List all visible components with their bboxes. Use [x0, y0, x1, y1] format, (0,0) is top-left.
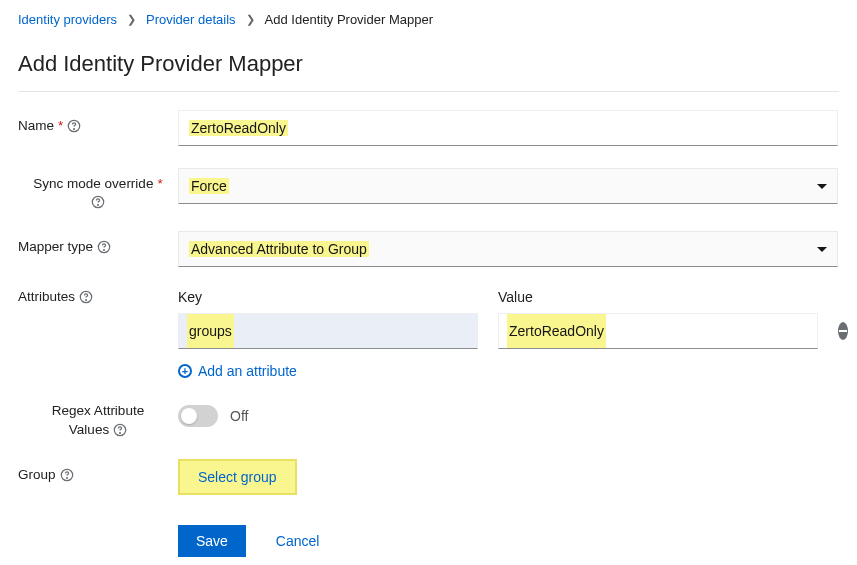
attribute-row: groups ZertoReadOnly: [178, 313, 838, 349]
sync-mode-select[interactable]: Force: [178, 168, 838, 204]
help-icon[interactable]: [79, 290, 93, 304]
breadcrumb: Identity providers ❯ Provider details ❯ …: [18, 12, 839, 27]
row-name: Name * ZertoReadOnly: [18, 110, 839, 146]
regex-toggle-label: Off: [230, 408, 248, 424]
breadcrumb-identity-providers[interactable]: Identity providers: [18, 12, 117, 27]
divider: [18, 91, 839, 92]
sync-mode-value: Force: [189, 178, 229, 194]
help-icon[interactable]: [60, 468, 74, 482]
add-attribute-button[interactable]: + Add an attribute: [178, 363, 297, 379]
attribute-key-value: groups: [187, 314, 234, 348]
label-group: Group: [18, 459, 178, 482]
attribute-value-value: ZertoReadOnly: [507, 314, 606, 348]
svg-point-7: [86, 299, 87, 300]
attributes-key-header: Key: [178, 289, 478, 305]
row-sync-mode: Sync mode override * Force: [18, 168, 839, 209]
attribute-key-input[interactable]: groups: [178, 313, 478, 349]
required-icon: *: [157, 176, 162, 191]
label-regex: Regex Attribute Values: [18, 401, 178, 437]
label-mapper-type: Mapper type: [18, 231, 178, 254]
required-icon: *: [58, 118, 63, 133]
mapper-type-select[interactable]: Advanced Attribute to Group: [178, 231, 838, 267]
regex-toggle[interactable]: [178, 405, 218, 427]
chevron-right-icon: ❯: [246, 13, 255, 26]
plus-circle-icon: +: [178, 364, 192, 378]
save-button[interactable]: Save: [178, 525, 246, 557]
svg-point-12: [66, 477, 67, 478]
breadcrumb-current: Add Identity Provider Mapper: [265, 12, 433, 27]
label-name: Name *: [18, 110, 178, 133]
svg-point-5: [104, 249, 105, 250]
breadcrumb-provider-details[interactable]: Provider details: [146, 12, 236, 27]
svg-point-1: [74, 128, 75, 129]
remove-attribute-button[interactable]: [838, 322, 848, 340]
attributes-header: Key Value: [178, 289, 838, 305]
chevron-right-icon: ❯: [127, 13, 136, 26]
row-group: Group Select group: [18, 459, 839, 495]
cancel-button[interactable]: Cancel: [264, 525, 332, 557]
attribute-value-input[interactable]: ZertoReadOnly: [498, 313, 818, 349]
add-attribute-label: Add an attribute: [198, 363, 297, 379]
label-sync-mode: Sync mode override *: [18, 168, 178, 209]
name-input[interactable]: ZertoReadOnly: [178, 110, 838, 146]
toggle-knob: [181, 408, 197, 424]
help-icon[interactable]: [113, 423, 127, 437]
action-row: Save Cancel: [178, 525, 839, 557]
label-attributes: Attributes: [18, 289, 178, 304]
page-title: Add Identity Provider Mapper: [18, 51, 839, 77]
help-icon[interactable]: [67, 119, 81, 133]
help-icon[interactable]: [97, 240, 111, 254]
caret-down-icon: [817, 184, 827, 189]
mapper-type-value: Advanced Attribute to Group: [189, 241, 369, 257]
attributes-value-header: Value: [498, 289, 818, 305]
svg-rect-8: [839, 330, 847, 332]
caret-down-icon: [817, 247, 827, 252]
row-mapper-type: Mapper type Advanced Attribute to Group: [18, 231, 839, 267]
row-regex: Regex Attribute Values Off: [18, 401, 839, 437]
svg-point-3: [98, 205, 99, 206]
row-attributes: Attributes Key Value groups ZertoReadOnl…: [18, 289, 839, 379]
select-group-button[interactable]: Select group: [178, 459, 297, 495]
name-value: ZertoReadOnly: [189, 120, 288, 136]
help-icon[interactable]: [91, 195, 105, 209]
svg-point-10: [120, 432, 121, 433]
